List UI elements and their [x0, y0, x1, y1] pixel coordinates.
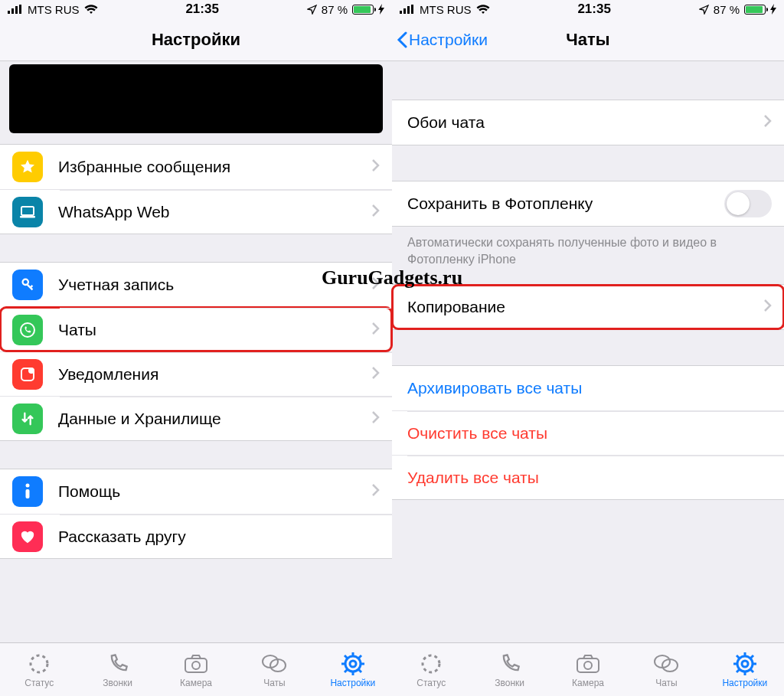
- row-label: Помощь: [58, 482, 372, 501]
- svg-rect-1: [11, 8, 14, 14]
- svg-rect-30: [411, 5, 413, 14]
- profile-card[interactable]: [9, 64, 383, 133]
- status-ring-icon: [420, 652, 443, 676]
- row-label: Копирование: [407, 298, 764, 316]
- row-save-camera-roll[interactable]: Сохранить в Фотопленку: [392, 181, 784, 226]
- row-label: Избранные сообщения: [58, 158, 372, 176]
- tab-label: Камера: [572, 678, 604, 688]
- group-wallpaper: Обои чата: [392, 100, 784, 145]
- row-label: Учетная запись: [58, 276, 372, 294]
- row-label: Обои чата: [407, 113, 764, 132]
- tab-bar: Статус Звонки Камера Чаты Настройки: [392, 642, 784, 696]
- svg-line-23: [345, 655, 348, 658]
- svg-rect-13: [185, 658, 207, 672]
- star-icon: [12, 152, 43, 182]
- phone-right: MTS RUS 21:35 87 % Настройки Чаты: [392, 0, 784, 696]
- back-button[interactable]: Настройки: [397, 18, 488, 60]
- status-ring-icon: [28, 652, 51, 676]
- row-chats[interactable]: Чаты: [0, 307, 392, 351]
- tab-label: Звонки: [495, 678, 524, 688]
- tab-status[interactable]: Статус: [392, 643, 470, 696]
- status-bar: MTS RUS 21:35 87 %: [392, 0, 784, 18]
- chats-icon: [261, 652, 287, 676]
- settings-group-2: Учетная запись Чаты Уведомления: [0, 262, 392, 441]
- status-bar: MTS RUS 21:35 87 %: [0, 0, 392, 18]
- row-label: Удалить все чаты: [407, 469, 772, 487]
- laptop-icon: [12, 197, 43, 227]
- row-tell-friend[interactable]: Рассказать другу: [0, 514, 392, 558]
- nav-header: Настройки: [0, 18, 392, 61]
- svg-rect-5: [20, 216, 35, 218]
- row-clear-all[interactable]: Очистить все чаты: [392, 410, 784, 455]
- camera-icon: [576, 652, 600, 676]
- row-chat-backup[interactable]: Копирование: [392, 285, 784, 329]
- data-transfer-icon: [12, 404, 43, 434]
- tab-settings[interactable]: Настройки: [706, 643, 784, 696]
- location-icon: [307, 5, 317, 15]
- battery-pct-label: 87 %: [714, 3, 740, 16]
- battery-pct-label: 87 %: [322, 3, 348, 16]
- row-archive-all[interactable]: Архивировать все чаты: [392, 366, 784, 410]
- group-chat-actions: Архивировать все чаты Очистить все чаты …: [392, 365, 784, 500]
- whatsapp-icon: [12, 315, 43, 345]
- row-label: Чаты: [58, 321, 372, 339]
- svg-rect-11: [26, 489, 30, 498]
- tab-calls[interactable]: Звонки: [470, 643, 548, 696]
- svg-rect-27: [400, 11, 402, 14]
- row-delete-all[interactable]: Удалить все чаты: [392, 455, 784, 499]
- phone-left: MTS RUS 21:35 87 % Настройки: [0, 0, 392, 696]
- svg-rect-28: [403, 8, 406, 14]
- svg-point-33: [584, 662, 592, 669]
- row-starred-messages[interactable]: Избранные сообщения: [0, 145, 392, 189]
- svg-rect-4: [21, 207, 34, 215]
- toggle-save-camera-roll[interactable]: [724, 190, 772, 217]
- phone-icon: [107, 652, 129, 676]
- key-icon: [12, 270, 43, 300]
- chevron-right-icon: [372, 159, 380, 175]
- battery-icon: [744, 5, 766, 15]
- carrier-label: MTS RUS: [420, 3, 472, 16]
- group-backup: Копирование: [392, 284, 784, 330]
- row-data-storage[interactable]: Данные и Хранилище: [0, 396, 392, 440]
- row-label: WhatsApp Web: [58, 203, 372, 221]
- row-account[interactable]: Учетная запись: [0, 263, 392, 307]
- svg-rect-2: [15, 6, 18, 14]
- tab-label: Настройки: [330, 678, 375, 688]
- svg-point-18: [350, 661, 356, 667]
- row-label: Рассказать другу: [58, 528, 380, 546]
- row-help[interactable]: Помощь: [0, 469, 392, 514]
- svg-line-25: [345, 669, 348, 672]
- svg-point-31: [423, 655, 439, 672]
- row-notifications[interactable]: Уведомления: [0, 351, 392, 396]
- chats-icon: [653, 652, 679, 676]
- tab-calls[interactable]: Звонки: [78, 643, 156, 696]
- tab-status[interactable]: Статус: [0, 643, 78, 696]
- info-icon: [12, 476, 43, 507]
- tab-chats[interactable]: Чаты: [627, 643, 705, 696]
- svg-rect-29: [407, 6, 410, 14]
- tab-settings[interactable]: Настройки: [314, 643, 392, 696]
- tab-label: Настройки: [722, 678, 767, 688]
- tab-label: Чаты: [655, 678, 678, 688]
- row-chat-wallpaper[interactable]: Обои чата: [392, 100, 784, 145]
- tab-camera[interactable]: Камера: [157, 643, 235, 696]
- save-camera-roll-note: Автоматически сохранять полученные фото …: [392, 227, 784, 270]
- clock-label: 21:35: [185, 2, 218, 17]
- svg-rect-32: [577, 658, 599, 672]
- row-whatsapp-web[interactable]: WhatsApp Web: [0, 189, 392, 234]
- group-save-camera-roll: Сохранить в Фотопленку: [392, 181, 784, 227]
- svg-rect-3: [19, 5, 21, 14]
- tab-chats[interactable]: Чаты: [235, 643, 313, 696]
- chevron-right-icon: [764, 299, 772, 315]
- phone-icon: [499, 652, 521, 676]
- tab-label: Чаты: [263, 678, 286, 688]
- svg-line-43: [750, 669, 753, 672]
- svg-rect-0: [8, 11, 10, 14]
- wifi-icon: [84, 5, 98, 15]
- tab-label: Статус: [416, 678, 446, 688]
- tab-label: Звонки: [103, 678, 132, 688]
- svg-line-42: [737, 655, 740, 658]
- tab-camera[interactable]: Камера: [549, 643, 627, 696]
- row-label: Архивировать все чаты: [407, 379, 772, 397]
- camera-icon: [184, 652, 208, 676]
